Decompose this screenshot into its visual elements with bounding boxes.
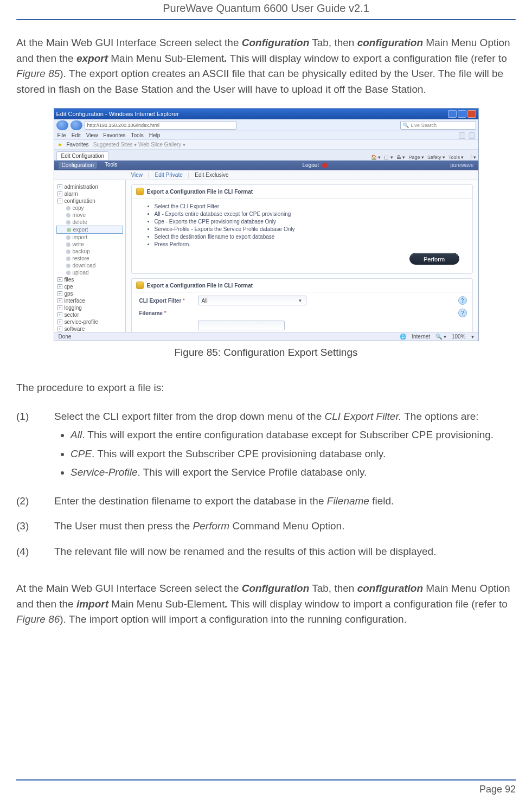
status-zone-icon: 🌐 [400,334,406,340]
app-top-bar: Configuration Tools Logout purewave [54,161,478,170]
panel-title: Export a Configuration File in CLI Forma… [147,189,253,195]
search-icon: 🔍 [403,123,409,128]
cli-export-filter-dropdown[interactable]: All ▼ [198,296,306,305]
doc-header: PureWave Quantum 6600 User Guide v2.1 [0,0,532,20]
figure-ref-86: Figure 86 [16,613,60,625]
help-icon[interactable]: ? [458,309,467,317]
step-1: (1) Select the CLI export filter from th… [16,409,516,484]
info-line: All - Exports entire database except for… [155,210,465,218]
perform-button[interactable]: Perform [409,253,459,265]
app-tab-configuration[interactable]: Configuration [59,162,97,169]
info-line: Select the destination filename to expor… [155,233,465,241]
nav-back-icon[interactable] [56,120,68,130]
status-zoom-caret[interactable]: ▾ [471,334,474,340]
tree-upload[interactable]: upload [56,269,123,276]
panel-icon [136,282,144,289]
page-number: Page 92 [479,784,516,795]
label-cli-export-filter: CLI Export Filter * [139,298,194,304]
url-field[interactable]: http://192.168.200.106/index.html [85,121,236,130]
browser-menu-bar: File Edit View Favorites Tools Help [54,131,478,140]
procedure-intro: The procedure to export a file is: [16,380,516,396]
figure-ref-85: Figure 85 [16,68,60,79]
info-line: Service-Profile - Exports the Service Pr… [155,226,465,233]
cmd-home-icon[interactable]: 🏠 ▾ [371,155,381,160]
nav-forward-icon[interactable] [70,120,82,130]
tree-logging[interactable]: +logging [56,304,123,311]
menu-edit[interactable]: Edit [72,132,81,138]
tree-export[interactable]: export [56,226,123,234]
view-mode-edit-private[interactable]: Edit Private [155,172,183,178]
tree-move[interactable]: move [56,212,123,219]
tree-interface[interactable]: +interface [56,297,123,304]
menu-help[interactable]: Help [149,132,161,138]
chevron-down-icon: ▼ [298,298,303,303]
browser-tab-strip: Edit Configuration 🏠 ▾ ▢ ▾ 🖶 ▾ Page ▾ Sa… [54,150,478,161]
cmd-print-icon[interactable]: 🖶 ▾ [396,155,406,160]
tree-files[interactable]: +files [56,276,123,283]
view-mode-edit-exclusive[interactable]: Edit Exclusive [195,172,228,178]
menu-close-tab-icon[interactable] [459,132,465,139]
favlinks[interactable]: Suggested Sites ▾ Web Slice Gallery ▾ [93,142,185,148]
favorites-star-icon[interactable]: ★ [57,142,62,148]
app-tab-tools[interactable]: Tools [105,162,117,169]
tree-backup[interactable]: backup [56,248,123,255]
tree-software[interactable]: +software [56,325,123,332]
view-mode-bar: View | Edit Private | Edit Exclusive [54,170,478,180]
cmd-safety[interactable]: Safety ▾ [427,155,445,160]
intro-paragraph-export: At the Main Web GUI Interface Screen sel… [16,35,516,97]
menu-tools[interactable]: Tools [131,132,143,138]
window-titlebar: Edit Configuration - Windows Internet Ex… [54,108,478,119]
tree-restore[interactable]: restore [56,255,123,262]
label-filename: Filename * [139,310,194,316]
status-zoom-icon: 🔍 ▾ [435,334,446,340]
minimize-button[interactable] [448,110,457,118]
info-line: Cpe - Exports the CPE provisioning datab… [155,218,465,226]
menu-home-icon[interactable] [469,132,475,139]
cmd-help-icon[interactable]: ❔▾ [467,155,476,160]
browser-tab[interactable]: Edit Configuration [56,151,110,160]
panel-export-info: Export a Configuration File in CLI Forma… [131,184,473,274]
window-title: Edit Configuration - Windows Internet Ex… [56,111,179,117]
bullet-service-profile: Service-Profile. This will export the Se… [70,465,516,481]
window-buttons [448,110,476,118]
doc-title: PureWave Quantum 6600 User Guide v2.1 [163,2,369,14]
tree-copy[interactable]: copy [56,204,123,212]
step-3: (3) The User must then press the Perform… [16,519,516,534]
menu-favorites[interactable]: Favorites [103,132,125,138]
tree-alarm[interactable]: +alarm [56,190,123,197]
tree-service-profile[interactable]: +service-profile [56,318,123,325]
status-zoom[interactable]: 100% [452,334,466,340]
tree-delete[interactable]: delete [56,219,123,226]
favorites-label[interactable]: Favorites [67,142,89,148]
tree-gps[interactable]: +gps [56,290,123,297]
tree-sector[interactable]: +sector [56,311,123,318]
tree-write[interactable]: write [56,241,123,248]
tree-administration[interactable]: +administration [56,183,123,190]
browser-search-field[interactable]: 🔍 Live Search [400,121,476,130]
panel-icon [136,188,144,195]
filename-input[interactable] [198,321,285,330]
logout-icon [322,163,328,168]
nav-tree[interactable]: +administration +alarm −configuration co… [54,180,126,332]
panel-title: Export a Configuration File in CLI Forma… [147,283,253,289]
help-icon[interactable]: ? [458,296,467,305]
menu-view[interactable]: View [86,132,98,138]
cmd-rss-icon[interactable]: ▢ ▾ [384,155,393,160]
maximize-button[interactable] [458,110,466,118]
cmd-page[interactable]: Page ▾ [408,155,424,160]
brand-label: purewave [450,162,473,168]
view-mode-view[interactable]: View [131,172,143,178]
browser-favorites-bar: ★ Favorites Suggested Sites ▾ Web Slice … [54,140,478,150]
status-done: Done [59,334,72,340]
bullet-cpe: CPE. This will export the Subscriber CPE… [70,446,516,462]
cmd-tools[interactable]: Tools ▾ [448,155,464,160]
browser-address-bar: http://192.168.200.106/index.html 🔍 Live… [54,119,478,131]
tree-import[interactable]: import [56,234,123,241]
tree-configuration[interactable]: −configuration [56,197,123,204]
tree-cpe[interactable]: +cpe [56,283,123,290]
status-zone: Internet [412,334,430,340]
tree-download[interactable]: download [56,262,123,269]
close-button[interactable] [467,110,476,118]
menu-file[interactable]: File [57,132,66,138]
logout-link[interactable]: Logout [303,162,319,168]
